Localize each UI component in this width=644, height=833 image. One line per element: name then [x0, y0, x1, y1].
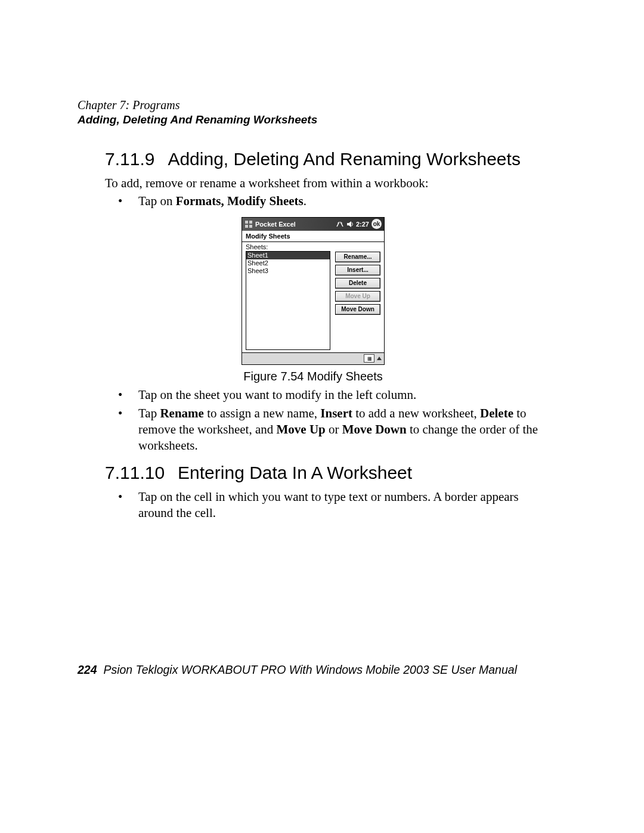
insert-button[interactable]: Insert...	[335, 265, 380, 275]
bold-text: Move Up	[277, 422, 326, 436]
text: Tap on	[138, 194, 176, 208]
text: to assign a new name,	[204, 406, 320, 420]
pocketpc-window: Pocket Excel 2:27 ok Modify Sheets Sheet…	[242, 217, 385, 365]
bullet-list: Tap on Formats, Modify Sheets.	[105, 193, 549, 209]
delete-button[interactable]: Delete	[335, 278, 380, 289]
ok-button[interactable]: ok	[371, 219, 382, 229]
sheets-listbox[interactable]: Sheet1 Sheet2 Sheet3	[246, 251, 330, 350]
figure-caption: Figure 7.54 Modify Sheets	[78, 370, 549, 383]
move-up-button[interactable]: Move Up	[335, 291, 380, 302]
text: .	[304, 194, 306, 208]
keyboard-icon[interactable]: ▦	[364, 354, 374, 363]
page-number: 224	[78, 663, 97, 676]
list-item[interactable]: Sheet1	[246, 252, 330, 259]
running-header-chapter: Chapter 7: Programs	[78, 98, 549, 112]
svg-rect-3	[249, 225, 252, 228]
bold-text: Rename	[160, 406, 203, 420]
footer-text: Psion Teklogix WORKABOUT PRO With Window…	[103, 663, 517, 676]
bullet-item: Tap on the sheet you want to modify in t…	[105, 387, 549, 403]
svg-rect-2	[245, 225, 248, 228]
app-title: Pocket Excel	[255, 221, 296, 228]
sheets-column: Sheets: Sheet1 Sheet2 Sheet3	[246, 243, 330, 350]
heading-number: 7.11.9	[105, 149, 154, 169]
clock-time: 2:27	[356, 221, 369, 228]
list-item[interactable]: Sheet3	[246, 267, 330, 275]
svg-rect-0	[245, 221, 248, 224]
bold-text: Insert	[320, 406, 352, 420]
move-down-button[interactable]: Move Down	[335, 304, 380, 315]
titlebar: Pocket Excel 2:27 ok	[242, 218, 384, 231]
list-item[interactable]: Sheet2	[246, 259, 330, 267]
bold-text: Move Down	[342, 422, 407, 436]
dialog-body: Sheets: Sheet1 Sheet2 Sheet3 Rename... I…	[242, 242, 384, 352]
figure-7-54: Pocket Excel 2:27 ok Modify Sheets Sheet…	[78, 217, 549, 383]
bottom-bar: ▦	[242, 352, 384, 364]
speaker-icon[interactable]	[346, 221, 354, 228]
svg-rect-1	[249, 221, 252, 224]
heading-title: Adding, Deleting And Renaming Worksheets	[168, 149, 520, 169]
bullet-item: Tap on the cell in which you want to typ…	[105, 489, 549, 522]
section-heading-7-11-10: 7.11.10 Entering Data In A Worksheet	[105, 463, 549, 483]
heading-title: Entering Data In A Worksheet	[178, 463, 412, 482]
text: to add a new worksheet,	[352, 406, 480, 420]
bullet-item: Tap Rename to assign a new name, Insert …	[105, 405, 549, 454]
running-header-section: Adding, Deleting And Renaming Worksheets	[78, 113, 549, 126]
sip-up-icon[interactable]	[377, 357, 382, 360]
page-footer: 224 Psion Teklogix WORKABOUT PRO With Wi…	[78, 663, 549, 677]
connectivity-icon[interactable]	[336, 221, 344, 228]
heading-number: 7.11.10	[105, 463, 165, 483]
page-content: Chapter 7: Programs Adding, Deleting And…	[78, 98, 549, 525]
bullet-item: Tap on Formats, Modify Sheets.	[105, 193, 549, 209]
intro-paragraph: To add, remove or rename a worksheet fro…	[105, 175, 549, 191]
start-flag-icon[interactable]	[244, 220, 253, 228]
bold-text: Formats, Modify Sheets	[176, 194, 304, 208]
bold-text: Delete	[480, 406, 513, 420]
sheets-label: Sheets:	[246, 243, 330, 250]
dialog-title: Modify Sheets	[242, 231, 384, 242]
bullet-list: Tap on the sheet you want to modify in t…	[105, 387, 549, 454]
text: or	[326, 422, 342, 436]
rename-button[interactable]: Rename...	[335, 252, 380, 262]
bullet-list: Tap on the cell in which you want to typ…	[105, 489, 549, 522]
button-column: Rename... Insert... Delete Move Up Move …	[335, 243, 380, 350]
section-heading-7-11-9: 7.11.9 Adding, Deleting And Renaming Wor…	[105, 149, 549, 169]
text: Tap	[138, 406, 160, 420]
svg-marker-4	[347, 221, 351, 227]
